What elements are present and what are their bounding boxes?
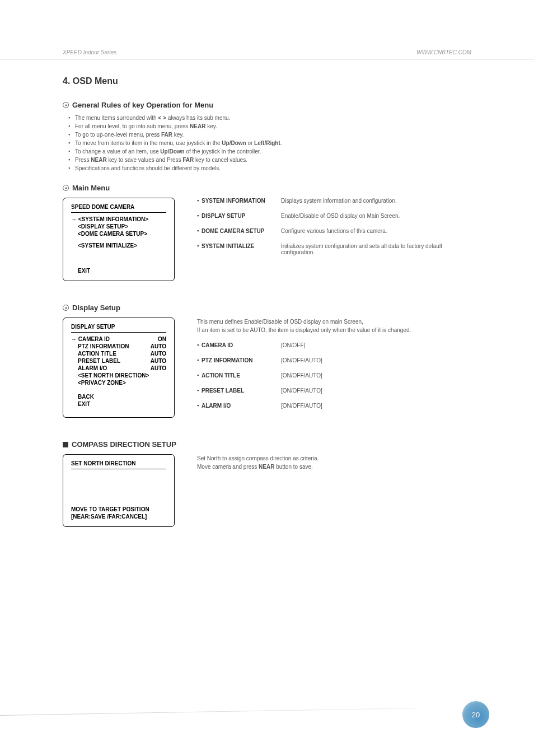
desc-row: PTZ INFORMATION[ON/OFF/AUTO]	[197, 357, 471, 363]
page-content: 4. OSD Menu General Rules of key Operati…	[0, 59, 534, 527]
rule-item: Specifications and functions should be d…	[71, 165, 471, 171]
main-menu-heading-text: Main Menu	[72, 184, 110, 192]
rule-item: Press NEAR key to save values and Press …	[71, 157, 471, 163]
display-box-label: ALARM I/O	[78, 365, 107, 371]
general-rules-heading-text: General Rules of key Operation for Menu	[72, 101, 213, 109]
main-menu-box: SPEED DOME CAMERA → <SYSTEM INFORMATION>…	[63, 198, 175, 281]
desc-row: PRESET LABEL[ON/OFF/AUTO]	[197, 388, 471, 394]
desc-value: Enable/Disable of OSD display on Main Sc…	[281, 213, 471, 219]
main-menu-heading: Main Menu	[63, 184, 471, 192]
desc-label: SYSTEM INITIALIZE	[197, 243, 281, 255]
desc-row: ACTION TITLE[ON/OFF/AUTO]	[197, 372, 471, 379]
menu-line: EXIT	[71, 268, 166, 274]
display-box-row: ACTION TITLEAUTO	[71, 351, 166, 357]
desc-value: Configure various functions of this came…	[281, 228, 471, 234]
general-rules-list: The menu items surrounded with < > alway…	[63, 115, 471, 171]
desc-row: CAMERA ID[ON/OFF]	[197, 342, 471, 348]
display-box-row: <PRIVACY ZONE>	[71, 380, 166, 386]
display-box-label: → CAMERA ID	[71, 336, 110, 342]
header-right: WWW.CNBTEC.COM	[416, 49, 471, 55]
menu-line: → <SYSTEM INFORMATION>	[71, 216, 166, 222]
display-box-value: AUTO	[151, 343, 166, 349]
display-box-label: ACTION TITLE	[78, 351, 116, 357]
square-icon	[63, 442, 68, 447]
target-icon	[63, 305, 69, 311]
display-box-row: PRESET LABELAUTO	[71, 358, 166, 364]
target-icon	[63, 185, 69, 191]
main-menu-layout: SPEED DOME CAMERA → <SYSTEM INFORMATION>…	[63, 198, 471, 281]
desc-row: ALARM I/O[ON/OFF/AUTO]	[197, 403, 471, 409]
page-number: 20	[472, 711, 480, 719]
main-menu-desc-table: SYSTEM INFORMATIONDisplays system inform…	[197, 198, 471, 281]
display-box-row: PTZ INFORMATIONAUTO	[71, 343, 166, 349]
desc-value: Initializes system configuration and set…	[281, 243, 471, 255]
display-box-value: ON	[158, 336, 166, 342]
display-box-row: → CAMERA IDON	[71, 336, 166, 342]
display-box-row: <SET NORTH DIRECTION>	[71, 372, 166, 379]
rule-item: To move from items to item in the menu, …	[71, 140, 471, 146]
main-menu-box-title: SPEED DOME CAMERA	[71, 204, 166, 213]
display-setup-heading-text: Display Setup	[72, 304, 120, 312]
desc-label: DOME CAMERA SETUP	[197, 228, 281, 234]
compass-box-title: SET NORTH DIRECTION	[71, 460, 166, 469]
desc-value: [ON/OFF/AUTO]	[281, 388, 471, 394]
rule-item: To change a value of an item, use Up/Dow…	[71, 148, 471, 155]
display-box-value: AUTO	[151, 358, 166, 364]
compass-box: SET NORTH DIRECTION MOVE TO TARGET POSIT…	[63, 454, 175, 527]
desc-label: ACTION TITLE	[197, 372, 281, 379]
compass-heading-text: COMPASS DIRECTION SETUP	[72, 440, 176, 449]
display-box-label: <SET NORTH DIRECTION>	[78, 372, 149, 379]
footer-divider	[0, 708, 416, 716]
display-box-label: <PRIVACY ZONE>	[78, 380, 126, 386]
desc-value: [ON/OFF/AUTO]	[281, 403, 471, 409]
display-box-exit: EXIT	[71, 401, 166, 407]
page-header: XPEED Indoor Series WWW.CNBTEC.COM	[0, 0, 534, 59]
page-number-badge: 20	[462, 701, 489, 728]
desc-label: SYSTEM INFORMATION	[197, 198, 281, 204]
desc-label: PRESET LABEL	[197, 388, 281, 394]
display-box-label: PTZ INFORMATION	[78, 343, 129, 349]
compass-note-line2a: Move camera and press	[197, 464, 259, 470]
display-setup-intro: This menu defines Enable/Disable of OSD …	[197, 318, 471, 334]
compass-note: Set North to assign compass direction as…	[197, 454, 318, 527]
display-setup-box: DISPLAY SETUP → CAMERA IDONPTZ INFORMATI…	[63, 318, 175, 418]
compass-note-line1: Set North to assign compass direction as…	[197, 455, 318, 461]
menu-line: <SYSTEM INITIALIZE>	[71, 242, 166, 249]
menu-line: <DISPLAY SETUP>	[71, 223, 166, 230]
desc-value: [ON/OFF/AUTO]	[281, 372, 471, 379]
compass-box-footer2: [NEAR:SAVE /FAR:CANCEL]	[71, 514, 149, 520]
general-rules-heading: General Rules of key Operation for Menu	[63, 101, 471, 109]
display-setup-layout: DISPLAY SETUP → CAMERA IDONPTZ INFORMATI…	[63, 318, 471, 418]
desc-label: PTZ INFORMATION	[197, 357, 281, 363]
display-intro-line1: This menu defines Enable/Disable of OSD …	[197, 319, 363, 325]
display-intro-line2: If an item is set to be AUTO, the item i…	[197, 327, 411, 333]
desc-row: SYSTEM INFORMATIONDisplays system inform…	[197, 198, 471, 204]
display-box-value: AUTO	[151, 365, 166, 371]
display-box-row: ALARM I/OAUTO	[71, 365, 166, 371]
desc-label: CAMERA ID	[197, 342, 281, 348]
compass-note-bold: NEAR	[259, 464, 274, 470]
display-box-label: PRESET LABEL	[78, 358, 120, 364]
desc-value: [ON/OFF/AUTO]	[281, 357, 471, 363]
menu-line: <DOME CAMERA SETUP>	[71, 231, 166, 237]
compass-layout: SET NORTH DIRECTION MOVE TO TARGET POSIT…	[63, 454, 471, 527]
compass-box-footer1: MOVE TO TARGET POSITION	[71, 506, 149, 512]
rule-item: The menu items surrounded with < > alway…	[71, 115, 471, 121]
target-icon	[63, 102, 69, 108]
desc-row: DISPLAY SETUPEnable/Disable of OSD displ…	[197, 213, 471, 219]
rule-item: To go to up-one-level menu, press FAR ke…	[71, 132, 471, 138]
rule-item: For all menu level, to go into sub menu,…	[71, 123, 471, 129]
desc-value: [ON/OFF]	[281, 342, 471, 348]
display-box-value: AUTO	[151, 351, 166, 357]
section-title: 4. OSD Menu	[63, 76, 471, 86]
compass-heading: COMPASS DIRECTION SETUP	[63, 440, 471, 449]
header-left: XPEED Indoor Series	[63, 49, 116, 55]
desc-row: SYSTEM INITIALIZEInitializes system conf…	[197, 243, 471, 255]
desc-row: DOME CAMERA SETUPConfigure various funct…	[197, 228, 471, 234]
display-box-back: BACK	[71, 394, 166, 400]
desc-value: Displays system information and configur…	[281, 198, 471, 204]
display-setup-box-title: DISPLAY SETUP	[71, 324, 166, 333]
compass-note-line2b: button to save.	[274, 464, 312, 470]
display-setup-desc: This menu defines Enable/Disable of OSD …	[197, 318, 471, 418]
desc-label: DISPLAY SETUP	[197, 213, 281, 219]
